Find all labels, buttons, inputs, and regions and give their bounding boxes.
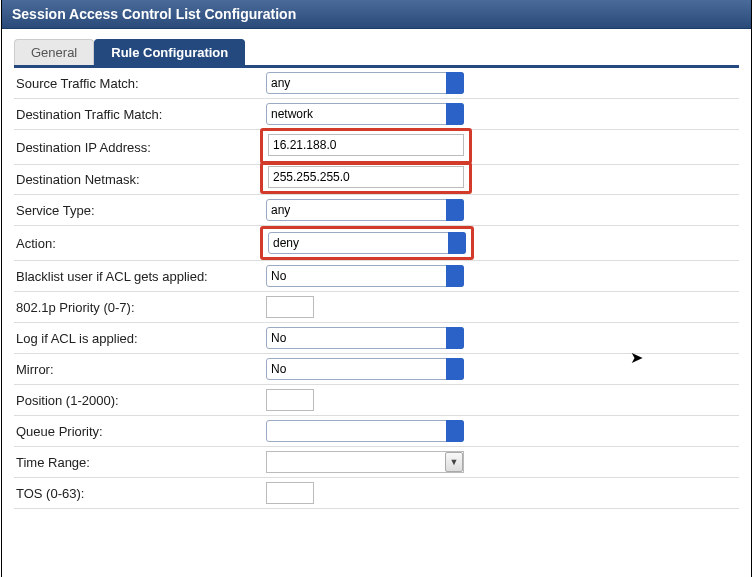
label-destination-ip: Destination IP Address:: [14, 130, 264, 165]
blacklist-select[interactable]: No: [266, 265, 464, 287]
rule-form: Source Traffic Match: any Destination Tr…: [14, 68, 739, 509]
label-position: Position (1-2000):: [14, 385, 264, 416]
label-destination-netmask: Destination Netmask:: [14, 165, 264, 195]
label-8021p: 802.1p Priority (0-7):: [14, 292, 264, 323]
service-type-select[interactable]: any: [266, 199, 464, 221]
destination-ip-input[interactable]: [268, 134, 464, 156]
destination-traffic-match-select[interactable]: network: [266, 103, 464, 125]
label-source-traffic-match: Source Traffic Match:: [14, 68, 264, 99]
queue-priority-select[interactable]: [266, 420, 464, 442]
cursor-icon: ➤: [630, 348, 643, 367]
action-select[interactable]: deny: [268, 232, 466, 254]
label-time-range: Time Range:: [14, 447, 264, 478]
tab-general[interactable]: General: [14, 39, 94, 65]
dialog-title: Session Access Control List Configuratio…: [2, 0, 751, 29]
time-range-combo[interactable]: [266, 451, 464, 473]
tab-rule-configuration[interactable]: Rule Configuration: [94, 39, 245, 65]
mirror-select[interactable]: No: [266, 358, 464, 380]
label-service-type: Service Type:: [14, 195, 264, 226]
label-action: Action:: [14, 226, 264, 261]
label-queue-priority: Queue Priority:: [14, 416, 264, 447]
tos-input[interactable]: [266, 482, 314, 504]
label-blacklist: Blacklist user if ACL gets applied:: [14, 261, 264, 292]
8021p-priority-input[interactable]: [266, 296, 314, 318]
label-log-acl: Log if ACL is applied:: [14, 323, 264, 354]
destination-netmask-input[interactable]: [268, 166, 464, 188]
tab-bar: General Rule Configuration: [14, 39, 739, 68]
label-tos: TOS (0-63):: [14, 478, 264, 509]
log-acl-select[interactable]: No: [266, 327, 464, 349]
label-destination-traffic-match: Destination Traffic Match:: [14, 99, 264, 130]
position-input[interactable]: [266, 389, 314, 411]
source-traffic-match-select[interactable]: any: [266, 72, 464, 94]
label-mirror: Mirror:: [14, 354, 264, 385]
